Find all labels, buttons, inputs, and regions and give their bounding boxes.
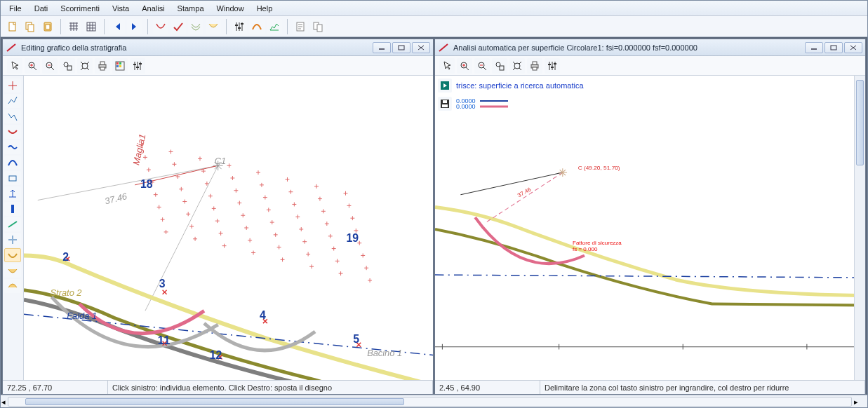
tool-polyline2-icon[interactable] bbox=[4, 109, 21, 123]
svg-text:37.46: 37.46 bbox=[104, 191, 129, 207]
paste-button[interactable] bbox=[40, 19, 55, 34]
svg-text:37.46: 37.46 bbox=[516, 186, 533, 199]
svg-rect-28 bbox=[139, 63, 142, 64]
menu-dati[interactable]: Dati bbox=[29, 2, 54, 15]
left-window: Editing grafico della stratigrafia bbox=[2, 39, 434, 395]
svg-rect-61 bbox=[551, 67, 554, 68]
svg-text:Maglia1: Maglia1 bbox=[131, 133, 147, 166]
svg-rect-8 bbox=[241, 23, 243, 25]
sliders1-button[interactable] bbox=[232, 19, 247, 34]
menu-scorrimenti[interactable]: Scorrimenti bbox=[55, 2, 105, 15]
close-button[interactable] bbox=[844, 42, 862, 53]
tool-wall-icon[interactable] bbox=[4, 202, 21, 216]
menu-help[interactable]: Help bbox=[251, 2, 279, 15]
svg-rect-7 bbox=[238, 27, 241, 29]
left-canvas[interactable]: 2 3 4 5 11 12 18 19 Maglia1 C1 37.46 Str… bbox=[24, 76, 433, 380]
scroll-right-icon[interactable]: ▸ bbox=[851, 397, 861, 406]
scroll-left-icon[interactable]: ◂ bbox=[0, 397, 8, 406]
curve1-button[interactable] bbox=[153, 19, 168, 34]
curve-orange-button[interactable] bbox=[249, 19, 265, 34]
window-icon bbox=[438, 42, 449, 53]
sliders-button[interactable] bbox=[545, 58, 560, 74]
tool-stratum-icon[interactable] bbox=[4, 125, 21, 139]
vertical-scrollbar[interactable] bbox=[854, 76, 865, 380]
print-button[interactable] bbox=[527, 58, 542, 74]
report2-button[interactable] bbox=[310, 19, 326, 34]
menu-file[interactable]: File bbox=[4, 2, 27, 15]
tool-fill2-icon[interactable] bbox=[4, 279, 21, 293]
grid2-button[interactable] bbox=[84, 19, 99, 34]
svg-rect-29 bbox=[9, 176, 16, 181]
zoom-fit-button[interactable] bbox=[77, 58, 93, 74]
scroll-thumb[interactable] bbox=[25, 398, 404, 405]
scroll-thumb[interactable] bbox=[856, 80, 864, 165]
menu-stampa[interactable]: Stampa bbox=[172, 2, 210, 15]
tool-water-icon[interactable] bbox=[4, 140, 21, 154]
copy-button[interactable] bbox=[22, 19, 38, 34]
svg-rect-26 bbox=[133, 64, 136, 65]
minimize-button[interactable] bbox=[805, 42, 823, 53]
zoom-window-button[interactable] bbox=[60, 58, 75, 74]
new-file-button[interactable] bbox=[5, 19, 20, 34]
last-button[interactable] bbox=[127, 19, 142, 34]
horizontal-scrollbar[interactable]: ◂ ▸ bbox=[8, 397, 852, 407]
zoom-in-button[interactable] bbox=[25, 58, 40, 74]
first-button[interactable] bbox=[109, 19, 125, 34]
menu-vista[interactable]: Vista bbox=[107, 2, 135, 15]
svg-rect-6 bbox=[235, 25, 238, 26]
app-bottom-bar: ◂ ▸ bbox=[1, 395, 867, 407]
left-window-toolbar bbox=[3, 56, 433, 76]
svg-rect-16 bbox=[67, 66, 72, 70]
svg-line-31 bbox=[38, 165, 218, 200]
zoom-out-button[interactable] bbox=[42, 58, 58, 74]
svg-text:19: 19 bbox=[346, 232, 359, 244]
pointer-button[interactable] bbox=[7, 58, 22, 74]
zoom-in-button[interactable] bbox=[457, 58, 472, 74]
svg-rect-55 bbox=[500, 66, 504, 70]
tool-polyline-icon[interactable] bbox=[4, 94, 21, 108]
left-window-titlebar[interactable]: Editing grafico della stratigrafia bbox=[3, 39, 433, 56]
tool-line-green-icon[interactable] bbox=[4, 217, 21, 231]
svg-text:C (49.20, 51.70): C (49.20, 51.70) bbox=[578, 165, 620, 171]
svg-text:12: 12 bbox=[210, 349, 222, 361]
curve-multi-button[interactable] bbox=[188, 19, 203, 34]
grid1-button[interactable] bbox=[66, 19, 81, 34]
tool-surface-icon[interactable] bbox=[4, 248, 21, 262]
palette-button[interactable] bbox=[112, 58, 128, 74]
svg-rect-5 bbox=[87, 22, 95, 31]
tool-split-icon[interactable] bbox=[4, 233, 21, 247]
right-window-titlebar[interactable]: Analisi automatica per superficie Circol… bbox=[435, 39, 865, 56]
close-button[interactable] bbox=[412, 42, 430, 53]
right-status-bar: 2.45 , 64.90 Delimitare la zona col tast… bbox=[435, 380, 865, 394]
zoom-out-button[interactable] bbox=[474, 58, 490, 74]
pointer-button[interactable] bbox=[439, 58, 455, 74]
left-status-coord: 72.25 , 67.70 bbox=[3, 381, 108, 394]
chart-line-button[interactable] bbox=[267, 19, 282, 34]
svg-text:2: 2 bbox=[62, 251, 69, 263]
menu-analisi[interactable]: Analisi bbox=[136, 2, 170, 15]
svg-text:3: 3 bbox=[159, 278, 166, 290]
zoom-window-button[interactable] bbox=[492, 58, 507, 74]
menu-window[interactable]: Window bbox=[211, 2, 250, 15]
tool-anchor-icon[interactable] bbox=[4, 186, 21, 200]
tool-curve2-icon[interactable] bbox=[4, 156, 21, 170]
zoom-fit-button[interactable] bbox=[509, 58, 525, 74]
svg-rect-30 bbox=[11, 205, 14, 213]
svg-text:Bacino 1: Bacino 1 bbox=[367, 348, 402, 358]
sliders-button[interactable] bbox=[130, 58, 145, 74]
svg-text:4: 4 bbox=[260, 309, 266, 321]
curve-check-button[interactable] bbox=[171, 19, 186, 34]
svg-text:C1: C1 bbox=[215, 156, 226, 166]
tool-node-icon[interactable] bbox=[4, 79, 21, 93]
svg-line-70 bbox=[486, 172, 563, 222]
right-canvas[interactable]: trisce: superficie a ricerca automatica … bbox=[435, 76, 865, 380]
tool-fill-icon[interactable] bbox=[4, 264, 21, 278]
curve-shade-button[interactable] bbox=[206, 19, 221, 34]
minimize-button[interactable] bbox=[373, 42, 391, 53]
maximize-button[interactable] bbox=[392, 42, 410, 53]
print-button[interactable] bbox=[95, 58, 110, 74]
tool-rect-icon[interactable] bbox=[4, 171, 21, 185]
svg-rect-23 bbox=[119, 62, 121, 64]
report1-button[interactable] bbox=[293, 19, 308, 34]
maximize-button[interactable] bbox=[824, 42, 843, 53]
